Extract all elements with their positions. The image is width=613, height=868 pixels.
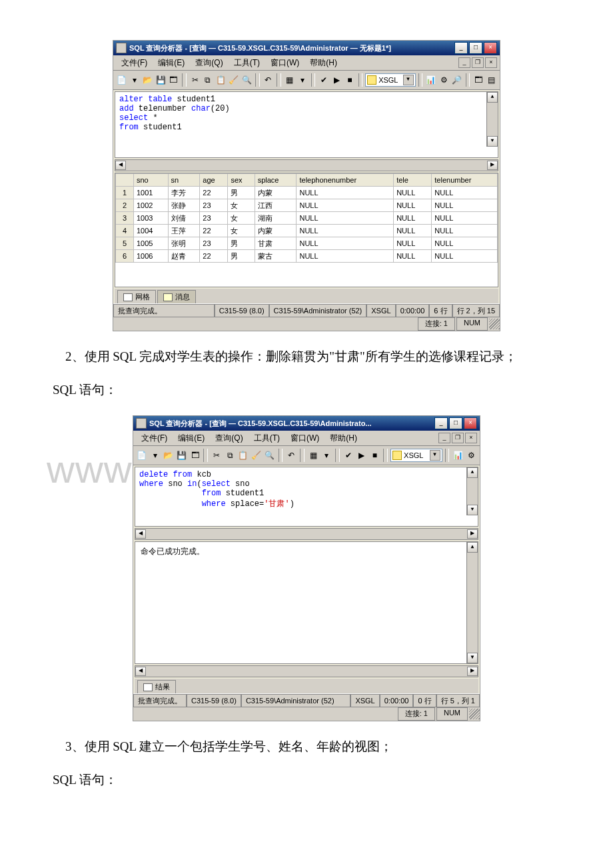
sql-editor[interactable]: alter table student1 add telenumber char… [115,91,498,158]
resize-grip-icon[interactable] [469,709,480,719]
mdi-close-button[interactable]: × [465,433,477,443]
chevron-down-icon[interactable]: ▼ [430,450,440,461]
dropdown-icon[interactable]: ▾ [129,73,140,87]
options-icon[interactable]: ⚙ [465,448,477,463]
cut-icon[interactable]: ✂ [189,73,201,87]
chevron-down-icon[interactable]: ▼ [403,75,414,85]
dropdown-icon[interactable]: ▾ [149,448,161,463]
open-icon[interactable]: 📂 [142,73,153,87]
insert-template-icon[interactable]: 🗔 [168,73,179,87]
minimize-button[interactable]: _ [434,417,448,429]
maximize-button[interactable]: □ [469,42,482,54]
scroll-right-icon[interactable]: ▶ [467,529,478,539]
database-selector[interactable]: XSGL ▼ [390,449,442,462]
results-grid[interactable]: sno sn age sex splace telephonenumber te… [115,173,498,287]
new-query-icon[interactable]: 📄 [116,73,127,87]
paste-icon[interactable]: 📋 [215,73,227,87]
object-browser-icon[interactable]: 🔎 [451,73,462,87]
stop-icon[interactable]: ■ [344,73,355,87]
menu-tools[interactable]: 工具(T) [229,56,265,70]
scroll-right-icon[interactable]: ▶ [487,161,498,170]
find-icon[interactable]: 🔍 [264,448,276,463]
horizontal-scrollbar[interactable]: ◀ ▶ [115,159,498,171]
vertical-scrollbar[interactable]: ▲▼ [466,542,478,663]
window-icon[interactable]: 🗔 [472,73,484,87]
menu-edit[interactable]: 编辑(E) [173,431,210,445]
execute-icon[interactable]: ▶ [356,448,368,463]
cut-icon[interactable]: ✂ [211,448,223,463]
undo-icon[interactable]: ↶ [263,73,274,87]
clear-icon[interactable]: 🧹 [228,73,239,87]
undo-icon[interactable]: ↶ [285,448,297,463]
scroll-left-icon[interactable]: ◀ [115,161,126,170]
parse-icon[interactable]: ✔ [342,448,354,463]
col-telephonenumber[interactable]: telephonenumber [297,174,394,187]
copy-icon[interactable]: ⧉ [224,448,236,463]
scroll-up-icon[interactable]: ▲ [467,467,478,478]
menu-file[interactable]: 文件(F) [136,431,173,445]
title-bar[interactable]: SQL 查询分析器 - [查询 — C315-59.XSGL.C315-59\A… [133,416,480,431]
horizontal-scrollbar[interactable]: ◀ ▶ [135,665,478,677]
stop-icon[interactable]: ■ [368,448,380,463]
menu-window[interactable]: 窗口(W) [285,431,324,445]
scroll-down-icon[interactable]: ▼ [467,653,478,663]
mdi-close-button[interactable]: × [485,57,497,68]
menu-query[interactable]: 查询(Q) [190,56,228,70]
col-sno[interactable]: sno [134,174,169,187]
mdi-restore-button[interactable]: ❐ [472,57,484,68]
database-selector[interactable]: XSGL ▼ [365,73,415,87]
mdi-restore-button[interactable]: ❐ [452,433,464,443]
mdi-minimize-button[interactable]: _ [438,433,450,443]
sql-editor[interactable]: delete from kcb where sno in(select sno … [135,467,478,527]
scroll-right-icon[interactable]: ▶ [467,667,478,676]
vertical-scrollbar[interactable]: ▲▼ [486,92,498,147]
minimize-button[interactable]: _ [454,42,468,54]
col-tele[interactable]: tele [394,174,432,187]
tab-grid[interactable]: 网格 [117,290,156,303]
mode-icon[interactable]: ▦ [307,448,319,463]
col-splace[interactable]: splace [255,174,297,187]
menu-help[interactable]: 帮助(H) [305,56,342,70]
resize-grip-icon[interactable] [489,319,500,329]
scroll-down-icon[interactable]: ▼ [487,136,498,147]
new-query-icon[interactable]: 📄 [136,448,148,463]
results-icon[interactable]: ▤ [486,73,497,87]
menu-file[interactable]: 文件(F) [116,56,153,70]
find-icon[interactable]: 🔍 [241,73,253,87]
save-icon[interactable]: 💾 [176,448,188,463]
mdi-minimize-button[interactable]: _ [458,57,470,68]
paste-icon[interactable]: 📋 [237,448,249,463]
maximize-button[interactable]: □ [449,417,462,429]
vertical-scrollbar[interactable]: ▲▼ [466,467,478,515]
save-icon[interactable]: 💾 [155,73,166,87]
show-plan-icon[interactable]: 📊 [452,448,464,463]
messages-pane[interactable]: 命令已成功完成。 ▲▼ [135,541,478,664]
copy-icon[interactable]: ⧉ [202,73,213,87]
col-age[interactable]: age [200,174,228,187]
col-telenumber[interactable]: telenumber [432,174,498,187]
mode-drop-icon[interactable]: ▾ [297,73,308,87]
parse-icon[interactable]: ✔ [318,73,329,87]
col-sex[interactable]: sex [228,174,255,187]
scroll-left-icon[interactable]: ◀ [135,529,146,539]
scroll-left-icon[interactable]: ◀ [135,667,146,676]
scroll-up-icon[interactable]: ▲ [487,92,498,103]
horizontal-scrollbar[interactable]: ◀ ▶ [135,528,478,540]
show-plan-icon[interactable]: 📊 [425,73,436,87]
close-button[interactable]: × [484,42,497,54]
menu-tools[interactable]: 工具(T) [249,431,285,445]
scroll-down-icon[interactable]: ▼ [467,505,478,515]
execute-icon[interactable]: ▶ [331,73,342,87]
menu-window[interactable]: 窗口(W) [265,56,305,70]
options-icon[interactable]: ⚙ [438,73,450,87]
tab-messages[interactable]: 消息 [157,290,196,303]
mode-drop-icon[interactable]: ▾ [320,448,332,463]
menu-help[interactable]: 帮助(H) [324,431,362,445]
clear-icon[interactable]: 🧹 [251,448,263,463]
title-bar[interactable]: SQL 查询分析器 - [查询 — C315-59.XSGL.C315-59\A… [113,41,500,55]
menu-query[interactable]: 查询(Q) [210,431,248,445]
scroll-up-icon[interactable]: ▲ [467,542,478,553]
close-button[interactable]: × [464,417,477,429]
insert-template-icon[interactable]: 🗔 [189,448,201,463]
menu-edit[interactable]: 编辑(E) [153,56,190,70]
